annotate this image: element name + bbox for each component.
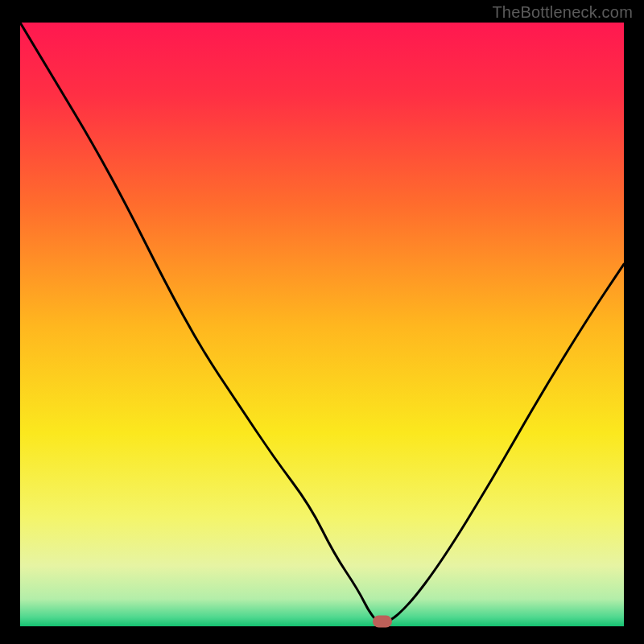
- chart-background: [20, 23, 624, 626]
- chart-svg: [20, 23, 624, 626]
- watermark-text: TheBottleneck.com: [492, 3, 633, 22]
- plot-area: [20, 23, 624, 626]
- chart-frame: TheBottleneck.com: [0, 0, 644, 644]
- optimal-point-marker: [373, 616, 392, 628]
